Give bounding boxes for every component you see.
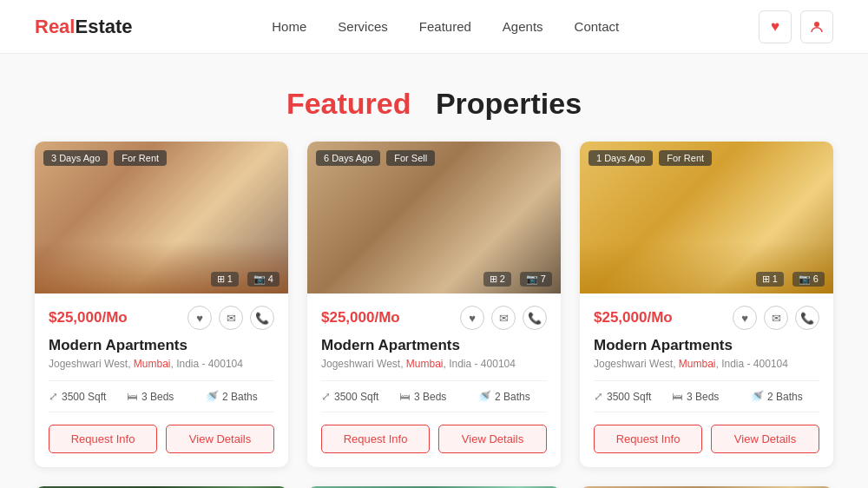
card-city: Mumbai xyxy=(406,358,444,370)
card-image-wrap: 1 Days Ago For Rent ⊞ 1 📷 6 xyxy=(580,142,833,293)
beds-icon: 🛏 xyxy=(672,390,683,403)
beds-meta: ⊞ 2 xyxy=(483,272,511,287)
property-card: 6 Days Ago For Sell ⊞ 2 📷 7 $25,000/Mo ♥… xyxy=(307,142,561,467)
sqft-icon: ⤢ xyxy=(594,390,603,403)
card-city: Mumbai xyxy=(134,358,171,370)
card-quick-actions: ♥ ✉ 📞 xyxy=(733,306,819,330)
property-card: 3 Days Ago For Rent ⊞ 1 📷 4 $25,000/Mo ♥… xyxy=(35,142,288,467)
nav-agents[interactable]: Agents xyxy=(503,19,543,34)
featured-cards-grid: 3 Days Ago For Rent ⊞ 1 📷 4 $25,000/Mo ♥… xyxy=(0,142,868,486)
card-body: $25,000/Mo ♥ ✉ 📞 Modern Apartments Joges… xyxy=(580,293,833,467)
card-image-wrap: 6 Days Ago For Sell ⊞ 2 📷 7 xyxy=(307,142,561,293)
spec-sqft: ⤢ 3500 Sqft xyxy=(594,390,663,403)
card-image-wrap: 3 Days Ago For Rent ⊞ 1 📷 4 xyxy=(35,142,288,293)
baths-value: 2 Baths xyxy=(222,391,258,403)
card-price: $25,000/Mo xyxy=(594,309,673,326)
card-email-icon[interactable]: ✉ xyxy=(764,306,788,330)
card-specs: ⤢ 3500 Sqft 🛏 3 Beds 🚿 2 Baths xyxy=(49,380,274,412)
section-title: Featured Properties xyxy=(0,54,868,142)
sqft-icon: ⤢ xyxy=(49,390,58,403)
spec-sqft: ⤢ 3500 Sqft xyxy=(321,390,391,403)
baths-icon: 🚿 xyxy=(477,390,491,403)
request-info-button[interactable]: Request Info xyxy=(321,425,430,453)
card-buttons: Request Info View Details xyxy=(594,425,819,453)
section-title-featured: Featured xyxy=(286,87,411,120)
nav-contact[interactable]: Contact xyxy=(575,19,620,34)
card-favorite-icon[interactable]: ♥ xyxy=(733,306,757,330)
request-info-button[interactable]: Request Info xyxy=(594,425,702,453)
card-specs: ⤢ 3500 Sqft 🛏 3 Beds 🚿 2 Baths xyxy=(594,380,819,412)
beds-value: 3 Beds xyxy=(141,391,174,403)
card-image-meta: ⊞ 1 📷 4 xyxy=(211,272,279,287)
beds-icon: 🛏 xyxy=(127,390,138,403)
beds-value: 3 Beds xyxy=(414,391,446,403)
baths-icon: 🚿 xyxy=(205,390,219,403)
nav-featured[interactable]: Featured xyxy=(419,19,471,34)
photos-meta: 📷 4 xyxy=(247,272,279,287)
baths-value: 2 Baths xyxy=(767,391,803,403)
card-badges: 1 Days Ago For Rent xyxy=(589,150,712,166)
photos-meta: 📷 7 xyxy=(520,272,552,287)
sqft-icon: ⤢ xyxy=(321,390,331,403)
nav-home[interactable]: Home xyxy=(272,19,306,34)
request-info-button[interactable]: Request Info xyxy=(49,425,157,453)
beds-meta: ⊞ 1 xyxy=(211,272,239,287)
header: RealEstate Home Services Featured Agents… xyxy=(0,0,868,54)
card-address: Jogeshwari West, Mumbai, India - 400104 xyxy=(594,358,819,370)
property-card: 1 Days Ago For Rent ⊞ 1 📷 6 $25,000/Mo ♥… xyxy=(580,142,833,467)
card-image-meta: ⊞ 1 📷 6 xyxy=(756,272,825,287)
days-ago-badge: 6 Days Ago xyxy=(316,150,380,166)
days-ago-badge: 1 Days Ago xyxy=(589,150,653,166)
view-details-button[interactable]: View Details xyxy=(166,425,274,453)
header-icons: ♥ xyxy=(759,10,833,43)
card-quick-actions: ♥ ✉ 📞 xyxy=(460,306,547,330)
card-title: Modern Apartments xyxy=(594,337,819,354)
card-phone-icon[interactable]: 📞 xyxy=(250,306,274,330)
sqft-value: 3500 Sqft xyxy=(607,391,651,403)
beds-meta: ⊞ 1 xyxy=(756,272,784,287)
view-details-button[interactable]: View Details xyxy=(711,425,819,453)
card-city: Mumbai xyxy=(679,358,716,370)
spec-baths: 🚿 2 Baths xyxy=(750,390,819,403)
logo-real: Real xyxy=(35,16,75,37)
sqft-value: 3500 Sqft xyxy=(334,391,378,403)
spec-baths: 🚿 2 Baths xyxy=(477,390,547,403)
listing-type-badge: For Rent xyxy=(659,150,712,166)
card-quick-actions: ♥ ✉ 📞 xyxy=(187,306,274,330)
baths-value: 2 Baths xyxy=(495,391,530,403)
card-phone-icon[interactable]: 📞 xyxy=(523,306,547,330)
view-details-button[interactable]: View Details xyxy=(438,425,547,453)
svg-point-0 xyxy=(814,22,819,27)
wishlist-button[interactable]: ♥ xyxy=(759,10,792,43)
spec-baths: 🚿 2 Baths xyxy=(205,390,274,403)
profile-button[interactable] xyxy=(800,10,833,43)
card-price: $25,000/Mo xyxy=(49,309,128,326)
card-specs: ⤢ 3500 Sqft 🛏 3 Beds 🚿 2 Baths xyxy=(321,380,547,412)
days-ago-badge: 3 Days Ago xyxy=(43,150,108,166)
card-buttons: Request Info View Details xyxy=(321,425,547,453)
logo-estate: Estate xyxy=(75,16,132,37)
photos-meta: 📷 6 xyxy=(792,272,825,287)
card-price-row: $25,000/Mo ♥ ✉ 📞 xyxy=(321,306,547,330)
card-favorite-icon[interactable]: ♥ xyxy=(460,306,484,330)
card-phone-icon[interactable]: 📞 xyxy=(795,306,819,330)
listing-type-badge: For Rent xyxy=(114,150,167,166)
card-price-row: $25,000/Mo ♥ ✉ 📞 xyxy=(49,306,274,330)
user-icon xyxy=(809,19,825,35)
logo: RealEstate xyxy=(35,16,133,38)
card-image-meta: ⊞ 2 📷 7 xyxy=(483,272,552,287)
card-favorite-icon[interactable]: ♥ xyxy=(187,306,212,330)
card-buttons: Request Info View Details xyxy=(49,425,274,453)
card-price: $25,000/Mo xyxy=(321,309,400,326)
card-price-row: $25,000/Mo ♥ ✉ 📞 xyxy=(594,306,819,330)
spec-sqft: ⤢ 3500 Sqft xyxy=(49,390,118,403)
card-title: Modern Apartments xyxy=(321,337,547,354)
nav-services[interactable]: Services xyxy=(338,19,388,34)
beds-value: 3 Beds xyxy=(687,391,719,403)
card-email-icon[interactable]: ✉ xyxy=(491,306,516,330)
card-email-icon[interactable]: ✉ xyxy=(219,306,243,330)
card-body: $25,000/Mo ♥ ✉ 📞 Modern Apartments Joges… xyxy=(307,293,561,467)
card-address: Jogeshwari West, Mumbai, India - 400104 xyxy=(49,358,274,370)
spec-beds: 🛏 3 Beds xyxy=(127,390,196,403)
spec-beds: 🛏 3 Beds xyxy=(672,390,741,403)
